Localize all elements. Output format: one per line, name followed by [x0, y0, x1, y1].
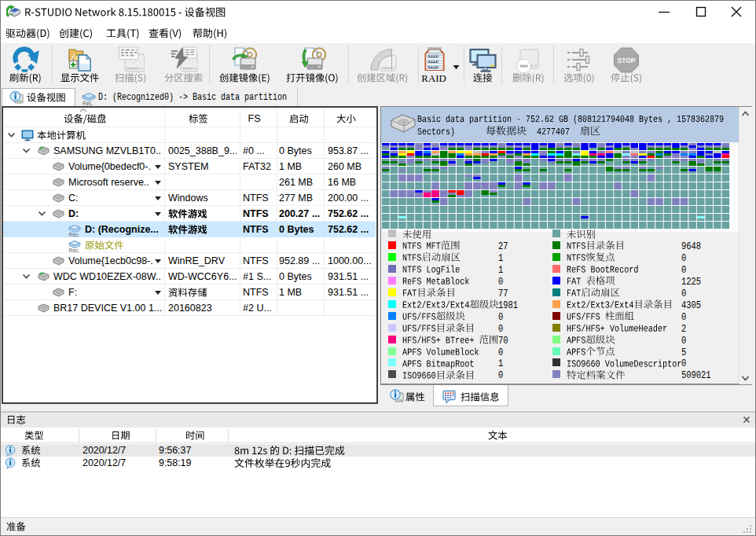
svg-text:Rec.: Rec.	[69, 232, 80, 237]
svg-text:STOP: STOP	[618, 57, 636, 64]
svg-text:Rec.: Rec.	[69, 248, 80, 253]
svg-text:Rec.: Rec.	[83, 101, 94, 106]
